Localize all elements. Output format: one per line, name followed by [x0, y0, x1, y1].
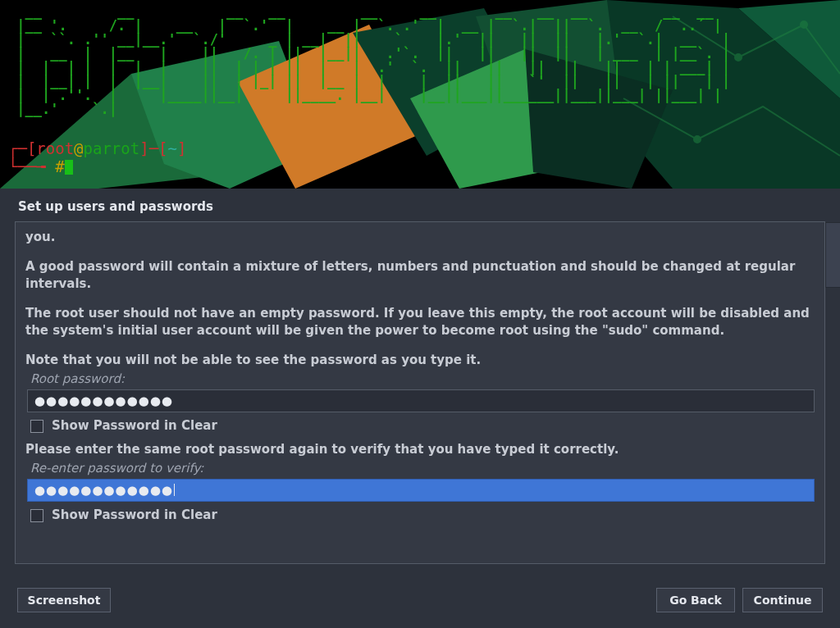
prompt-path: ~	[168, 139, 177, 157]
prompt-host: parrot	[84, 139, 140, 157]
terminal-cursor	[65, 160, 73, 175]
screenshot-button[interactable]: Screenshot	[17, 588, 111, 612]
verify-password-dots: ●●●●●●●●●●●●	[34, 482, 175, 499]
desktop-banner: __ __ __ __ __ __ __ __ __ __ __ |__ '. …	[0, 0, 840, 189]
help-text-hidden: Note that you will not be able to see th…	[25, 352, 816, 369]
svg-point-11	[694, 136, 701, 143]
installer-panel: you. A good password will contain a mixt…	[15, 221, 825, 564]
root-password-label: Root password:	[30, 371, 816, 388]
show-password-2-row[interactable]: Show Password in Clear	[30, 507, 816, 524]
svg-point-10	[801, 21, 807, 28]
prompt-user: root	[36, 139, 74, 157]
ascii-logo: __ __ __ __ __ __ __ __ __ __ __ |__ '. …	[8, 5, 747, 116]
page-title: Set up users and passwords	[18, 199, 213, 214]
verify-password-label: Re-enter password to verify:	[30, 460, 816, 477]
help-text-fragment: you.	[25, 229, 816, 246]
shell-prompt: ┌─[root@parrot]─[~] └──╼ #	[8, 139, 186, 175]
show-password-1-label: Show Password in Clear	[52, 417, 217, 435]
root-password-dots: ●●●●●●●●●●●●	[34, 393, 173, 410]
scrollbar-thumb[interactable]	[825, 222, 840, 288]
go-back-button[interactable]: Go Back	[656, 588, 735, 612]
continue-button[interactable]: Continue	[742, 588, 823, 612]
show-password-1-checkbox[interactable]	[30, 420, 43, 433]
root-password-input[interactable]: ●●●●●●●●●●●●	[27, 389, 815, 412]
verify-password-input[interactable]: ●●●●●●●●●●●●	[27, 479, 815, 502]
help-text-goodpw: A good password will contain a mixture o…	[25, 258, 816, 293]
verify-help: Please enter the same root password agai…	[25, 441, 816, 458]
show-password-2-label: Show Password in Clear	[52, 507, 217, 524]
help-text-empty: The root user should not have an empty p…	[25, 305, 816, 339]
show-password-1-row[interactable]: Show Password in Clear	[30, 417, 816, 435]
show-password-2-checkbox[interactable]	[30, 509, 43, 522]
